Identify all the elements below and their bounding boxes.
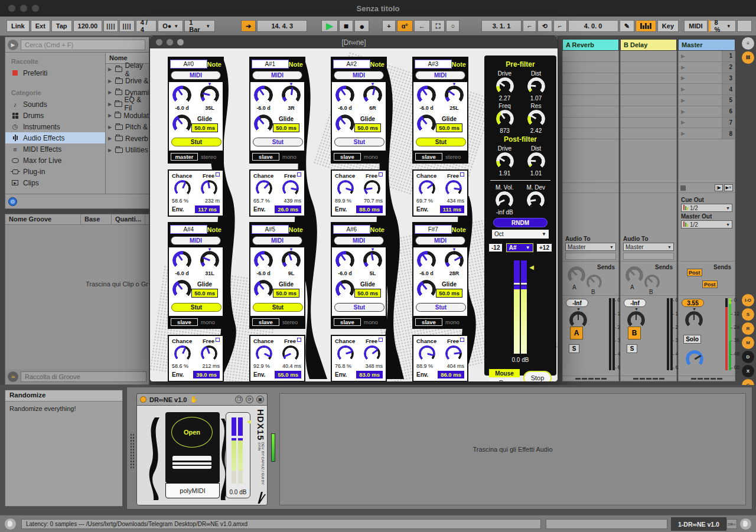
free-knob[interactable] xyxy=(364,345,380,362)
free-knob[interactable] xyxy=(282,180,299,197)
overdub-button[interactable]: + xyxy=(382,20,395,32)
track-header-b[interactable]: B Delay xyxy=(620,39,677,51)
folder-item[interactable]: ▶Delay & xyxy=(106,64,149,76)
capture-midi-button[interactable]: ⛶ xyxy=(431,20,445,32)
tempo-field[interactable]: 120.00 xyxy=(73,20,103,32)
send-a-knob[interactable] xyxy=(568,266,585,284)
pan-knob[interactable] xyxy=(363,86,382,105)
scene-slot[interactable]: ▶6 xyxy=(678,106,735,118)
stut-button[interactable]: Stut xyxy=(416,138,466,146)
octave-down-button[interactable]: -12 xyxy=(489,244,502,252)
env-value-field[interactable]: 26.0 ms xyxy=(275,205,301,213)
free-knob[interactable] xyxy=(282,345,299,362)
stut-button[interactable]: Stut xyxy=(253,138,303,146)
groove-col-quantize[interactable]: Quanti... xyxy=(112,214,145,224)
pre-freq-knob[interactable] xyxy=(496,110,514,128)
track-header-master[interactable]: Master xyxy=(678,39,735,51)
post-dist-knob[interactable] xyxy=(527,152,545,170)
root-note-select[interactable]: A#▼ xyxy=(506,243,533,252)
pan-knob[interactable] xyxy=(445,86,464,105)
clip-slot[interactable] xyxy=(678,139,735,183)
arrangement-position-field[interactable]: 14. 4. 3 xyxy=(257,20,307,32)
session-record-button[interactable]: ○ xyxy=(446,20,460,32)
free-knob[interactable] xyxy=(364,180,380,197)
track-activator-b[interactable]: B xyxy=(628,327,641,340)
preview-icon[interactable]: ▶ xyxy=(8,40,18,50)
stut-button[interactable]: Stut xyxy=(171,303,221,312)
midi-button[interactable]: MIDI xyxy=(415,236,465,245)
track-header-a[interactable]: A Reverb xyxy=(562,39,619,51)
pan-knob[interactable] xyxy=(282,86,301,105)
mixer-section-toggle-d[interactable]: D xyxy=(742,351,754,363)
free-checkbox[interactable] xyxy=(460,338,464,342)
solo-button-a[interactable]: S xyxy=(569,344,579,353)
glide-knob[interactable] xyxy=(335,115,354,133)
scene-launch-icon[interactable]: ▶ xyxy=(679,109,722,115)
droone-stop-button[interactable]: Stop xyxy=(523,371,552,382)
record-button[interactable]: ● xyxy=(354,20,369,32)
drag-handle[interactable] xyxy=(130,433,134,469)
meter-marker-icon[interactable]: ◀ xyxy=(247,419,251,425)
notification-icon-left[interactable] xyxy=(5,518,16,530)
audio-to-sub-select[interactable] xyxy=(565,253,616,260)
solo-button-b[interactable]: S xyxy=(627,344,637,353)
stop-all-clips-icon[interactable] xyxy=(680,185,686,191)
volume-knob[interactable] xyxy=(254,86,273,105)
scene-slot[interactable]: ▶5 xyxy=(678,95,735,106)
stut-button[interactable]: Stut xyxy=(334,138,384,146)
volume-knob[interactable] xyxy=(335,86,354,105)
stop-row[interactable] xyxy=(562,183,619,193)
io-meter-icon[interactable]: ⦀⦀ xyxy=(742,51,754,64)
glide-value-field[interactable]: 50.0 ms xyxy=(354,123,381,132)
rec-button[interactable]: Rec xyxy=(489,378,520,382)
expand-caret-icon[interactable]: ▶ xyxy=(108,67,113,72)
mode-toggle[interactable]: stereo xyxy=(282,319,298,325)
clip-slot[interactable] xyxy=(562,84,619,95)
post-toggle-b[interactable]: Post xyxy=(702,280,718,288)
sync-toggle[interactable]: slave xyxy=(171,318,198,326)
sidebar-item-audio-effects[interactable]: Audio Effects xyxy=(5,132,105,143)
midi-button[interactable]: MIDI xyxy=(334,71,384,80)
meter-marker-icon[interactable]: ◀ xyxy=(529,264,534,270)
device-drop-area[interactable]: Trascina qui gli Effetti Audio xyxy=(279,393,746,505)
nudge-down-icon[interactable]: |||| xyxy=(103,20,118,32)
loop-toggle-icon[interactable]: ⟲ xyxy=(537,20,552,32)
master-out-select[interactable]: 1/2▼ xyxy=(681,220,732,229)
follow-actions-icon[interactable]: ▶≡ xyxy=(724,184,733,191)
punch-in-icon[interactable]: ⌐ xyxy=(523,20,536,32)
free-checkbox[interactable] xyxy=(379,338,383,342)
droone-titlebar[interactable]: [Dr∞ne] xyxy=(150,36,558,48)
current-device-label[interactable]: 1-DR∞NE v1.0 xyxy=(671,517,726,531)
search-input[interactable] xyxy=(21,40,145,50)
automation-arm-button[interactable]: ɑ° xyxy=(397,20,413,32)
expand-caret-icon[interactable]: ▶ xyxy=(108,136,113,141)
env-value-field[interactable]: 39.0 ms xyxy=(193,371,220,378)
glide-value-field[interactable]: 50.0 ms xyxy=(191,289,218,298)
sidebar-item-midi-effects[interactable]: ≡MIDI Effects xyxy=(5,143,105,155)
track-volume-field[interactable]: -Inf xyxy=(624,299,646,307)
master-solo-button[interactable]: Solo xyxy=(683,335,701,344)
mixer-section-toggle-r[interactable]: R xyxy=(742,322,754,335)
clip-slot[interactable] xyxy=(562,128,619,139)
sync-toggle[interactable]: slave xyxy=(252,318,279,326)
mode-toggle[interactable]: stereo xyxy=(445,154,461,160)
hot-swap-icon[interactable]: ⟳ xyxy=(246,396,253,403)
chance-knob[interactable] xyxy=(419,345,435,362)
volume-knob[interactable] xyxy=(417,251,436,270)
chance-knob[interactable] xyxy=(256,180,272,197)
cue-volume-knob[interactable] xyxy=(686,350,703,368)
mouse-button[interactable]: Mouse xyxy=(489,369,520,377)
chance-knob[interactable] xyxy=(256,345,272,362)
folder-item[interactable]: ▶EQ & Fil xyxy=(106,99,149,110)
zoom-window-icon[interactable] xyxy=(32,5,39,12)
scene-slot[interactable]: ▶2 xyxy=(678,62,735,73)
re-enable-automation-button[interactable]: ← xyxy=(414,20,430,32)
audio-to-select[interactable]: Master▼ xyxy=(565,243,616,251)
note-select[interactable]: A#6 xyxy=(333,225,370,234)
rndm-button[interactable]: RNDM xyxy=(493,218,548,227)
clip-slot[interactable] xyxy=(620,128,677,139)
glide-value-field[interactable]: 50.0 ms xyxy=(436,123,462,132)
clip-slot[interactable] xyxy=(620,51,677,62)
ext-button[interactable]: Ext xyxy=(31,20,50,32)
env-value-field[interactable]: 88.0 ms xyxy=(356,205,383,213)
